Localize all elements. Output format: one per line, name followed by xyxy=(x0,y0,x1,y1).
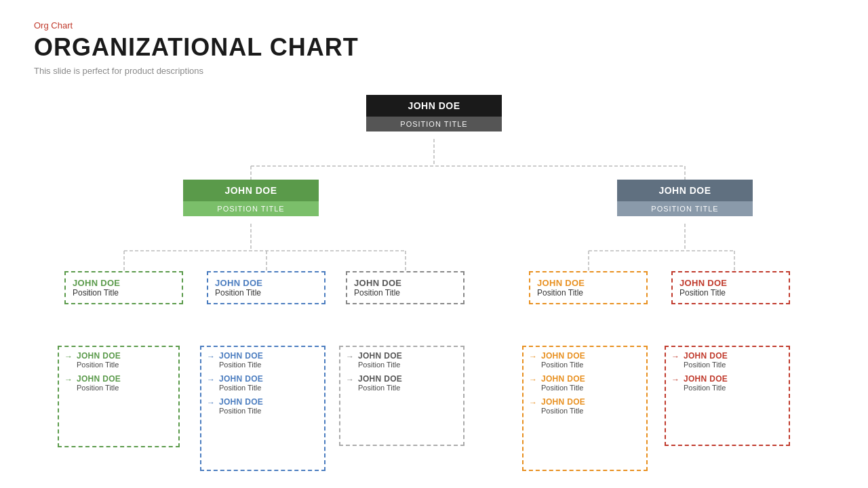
l2-left-title: POSITION TITLE xyxy=(183,201,319,216)
l2-right-box: JOHN DOE POSITION TITLE xyxy=(617,180,753,216)
l2-left-box: JOHN DOE POSITION TITLE xyxy=(183,180,319,216)
sub-red-1-name: JOHN DOE xyxy=(684,351,728,361)
arrow-green-2: → xyxy=(64,375,73,384)
card-green-name: JOHN DOE xyxy=(73,278,175,288)
sub-red-2-title: Position Title xyxy=(684,384,728,392)
card-orange-name: JOHN DOE xyxy=(537,278,639,288)
sub-orange-2: → JOHN DOE Position Title xyxy=(529,374,585,392)
sub-orange-2-name: JOHN DOE xyxy=(541,374,585,384)
sub-blue-1-name: JOHN DOE xyxy=(219,351,263,361)
card-red-title: Position Title xyxy=(679,288,782,298)
arrow-red-1: → xyxy=(671,352,679,361)
header-label: Org Chart xyxy=(34,20,834,30)
sub-green-2: → JOHN DOE Position Title xyxy=(64,374,121,392)
card-gray-title: Position Title xyxy=(354,288,456,298)
sub-orange-3-title: Position Title xyxy=(541,407,585,415)
sub-gray-2-name: JOHN DOE xyxy=(358,374,402,384)
subs-gray: → JOHN DOE Position Title → JOHN DOE Pos… xyxy=(346,351,402,392)
sub-blue-2: → JOHN DOE Position Title xyxy=(207,374,263,392)
sub-orange-3-name: JOHN DOE xyxy=(541,397,585,407)
card-red-name: JOHN DOE xyxy=(679,278,782,288)
sub-blue-1-title: Position Title xyxy=(219,361,263,369)
sub-blue-2-title: Position Title xyxy=(219,384,263,392)
subs-green: → JOHN DOE Position Title → JOHN DOE Pos… xyxy=(64,351,121,392)
card-gray: JOHN DOE Position Title xyxy=(346,271,465,304)
sub-blue-3-title: Position Title xyxy=(219,407,263,415)
sub-green-2-name: JOHN DOE xyxy=(77,374,121,384)
arrow-orange-2: → xyxy=(529,375,537,384)
sub-gray-2-title: Position Title xyxy=(358,384,402,392)
card-gray-name: JOHN DOE xyxy=(354,278,456,288)
arrow-orange-3: → xyxy=(529,398,537,407)
card-blue-name: JOHN DOE xyxy=(215,278,317,288)
sub-gray-2: → JOHN DOE Position Title xyxy=(346,374,402,392)
sub-green-2-title: Position Title xyxy=(77,384,121,392)
sub-gray-1-title: Position Title xyxy=(358,361,402,369)
arrow-blue-1: → xyxy=(207,352,215,361)
card-blue-title: Position Title xyxy=(215,288,317,298)
arrow-red-2: → xyxy=(671,375,679,384)
card-green: JOHN DOE Position Title xyxy=(64,271,183,304)
l2-right-title: POSITION TITLE xyxy=(617,201,753,216)
root-title: POSITION TITLE xyxy=(366,117,502,131)
arrow-blue-3: → xyxy=(207,398,215,407)
sub-red-1: → JOHN DOE Position Title xyxy=(671,351,728,369)
sub-red-2: → JOHN DOE Position Title xyxy=(671,374,728,392)
card-orange: JOHN DOE Position Title xyxy=(529,271,648,304)
sub-blue-2-name: JOHN DOE xyxy=(219,374,263,384)
sub-green-1-name: JOHN DOE xyxy=(77,351,121,361)
sub-red-1-title: Position Title xyxy=(684,361,728,369)
page: Org Chart ORGANIZATIONAL CHART This slid… xyxy=(0,0,868,488)
l2-right-name: JOHN DOE xyxy=(617,180,753,201)
card-green-title: Position Title xyxy=(73,288,175,298)
sub-blue-3-name: JOHN DOE xyxy=(219,397,263,407)
subs-red: → JOHN DOE Position Title → JOHN DOE Pos… xyxy=(671,351,728,392)
card-red: JOHN DOE Position Title xyxy=(671,271,790,304)
arrow-orange-1: → xyxy=(529,352,537,361)
subs-blue: → JOHN DOE Position Title → JOHN DOE Pos… xyxy=(207,351,263,415)
l2-left-name: JOHN DOE xyxy=(183,180,319,201)
root-name: JOHN DOE xyxy=(366,95,502,117)
sub-gray-1: → JOHN DOE Position Title xyxy=(346,351,402,369)
sub-gray-1-name: JOHN DOE xyxy=(358,351,402,361)
sub-blue-3: → JOHN DOE Position Title xyxy=(207,397,263,415)
sub-orange-3: → JOHN DOE Position Title xyxy=(529,397,585,415)
root-box: JOHN DOE POSITION TITLE xyxy=(366,95,502,131)
sub-red-2-name: JOHN DOE xyxy=(684,374,728,384)
chart-area: JOHN DOE POSITION TITLE JOHN DOE POSITIO… xyxy=(34,88,834,474)
sub-green-1-title: Position Title xyxy=(77,361,121,369)
sub-orange-1-title: Position Title xyxy=(541,361,585,369)
subs-orange: → JOHN DOE Position Title → JOHN DOE Pos… xyxy=(529,351,585,415)
header-subtitle: This slide is perfect for product descri… xyxy=(34,66,834,76)
sub-orange-1-name: JOHN DOE xyxy=(541,351,585,361)
arrow-green-1: → xyxy=(64,352,73,361)
sub-green-1: → JOHN DOE Position Title xyxy=(64,351,121,369)
sub-blue-1: → JOHN DOE Position Title xyxy=(207,351,263,369)
sub-orange-2-title: Position Title xyxy=(541,384,585,392)
arrow-blue-2: → xyxy=(207,375,215,384)
arrow-gray-1: → xyxy=(346,352,354,361)
card-blue: JOHN DOE Position Title xyxy=(207,271,326,304)
arrow-gray-2: → xyxy=(346,375,354,384)
card-orange-title: Position Title xyxy=(537,288,639,298)
page-title: ORGANIZATIONAL CHART xyxy=(34,33,834,62)
sub-orange-1: → JOHN DOE Position Title xyxy=(529,351,585,369)
